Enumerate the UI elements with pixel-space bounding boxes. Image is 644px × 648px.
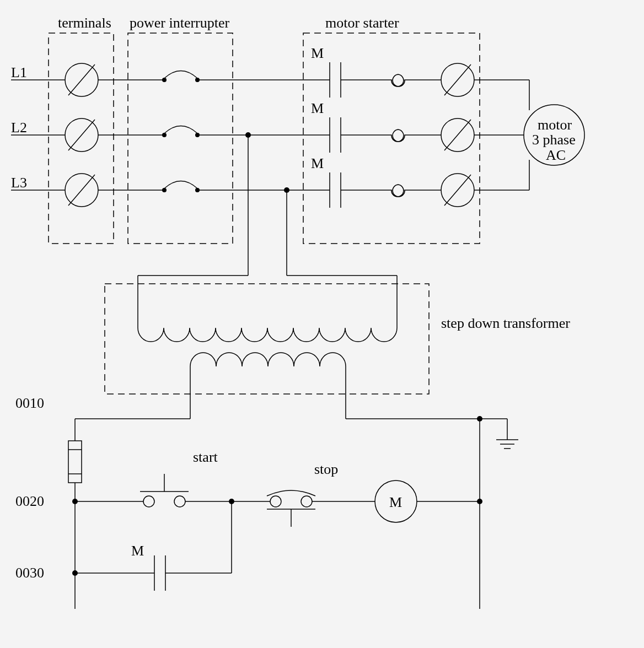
transformer-secondary: [190, 353, 346, 419]
transformer-primary: [138, 306, 397, 342]
overload-l3: [386, 185, 410, 197]
terminal-out-l3: [441, 174, 474, 207]
terminal-l1: [65, 63, 98, 96]
line-l2: L2: [11, 120, 27, 136]
transformer-box: [105, 284, 429, 394]
motor-label-3: AC: [546, 147, 566, 163]
terminals-box: [49, 33, 114, 244]
switch-l1: [162, 71, 200, 83]
coil-m-label: M: [389, 494, 402, 510]
switch-l3: [162, 181, 200, 193]
rung-0020: 0020: [15, 493, 44, 509]
line-l1: L1: [11, 64, 27, 80]
seal-in-m-label: M: [131, 543, 144, 559]
label-motor-starter: motor starter: [325, 15, 399, 31]
contactor-l3: [330, 172, 341, 208]
fuse-icon: [68, 441, 82, 483]
contactor-m-l1: M: [311, 45, 324, 61]
rung-0010: 0010: [15, 395, 44, 411]
line-l3: L3: [11, 175, 27, 191]
rung-0030: 0030: [15, 565, 44, 581]
stop-button-icon: [267, 490, 315, 527]
contactor-m-l3: M: [311, 155, 324, 171]
overload-l2: [386, 129, 410, 142]
label-power-interrupter: power interrupter: [130, 15, 230, 31]
start-button-icon: [140, 474, 189, 507]
terminal-l3: [65, 174, 98, 207]
power-interrupter-box: [128, 33, 233, 244]
contactor-l1: [330, 62, 341, 98]
label-terminals: terminals: [58, 15, 111, 31]
label-start: start: [193, 449, 218, 465]
ground-icon: [496, 430, 518, 449]
wiring-diagram: terminals power interrupter motor starte…: [0, 0, 644, 648]
switch-l2: [162, 126, 200, 138]
contactor-l2: [330, 117, 341, 153]
terminal-l2: [65, 118, 98, 152]
seal-in-contact: [154, 555, 165, 591]
contactor-m-l2: M: [311, 100, 324, 116]
motor-label-2: 3 phase: [532, 132, 576, 148]
label-stop: stop: [314, 461, 338, 477]
label-transformer: step down transformer: [441, 315, 570, 331]
overload-l1: [386, 74, 410, 87]
terminal-out-l1: [441, 63, 474, 96]
terminal-out-l2: [441, 118, 474, 152]
motor-label-1: motor: [538, 117, 572, 133]
